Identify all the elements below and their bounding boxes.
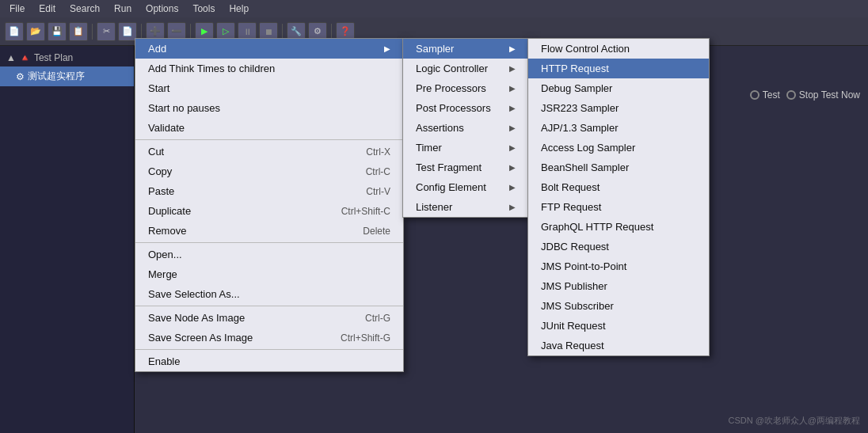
testplan-icon: 🔺: [19, 52, 31, 63]
ctx-merge[interactable]: Merge: [135, 264, 403, 284]
ctx-copy[interactable]: Copy Ctrl-C: [135, 161, 403, 181]
ctx-remove[interactable]: Remove Delete: [135, 221, 403, 241]
ctx-duplicate[interactable]: Duplicate Ctrl+Shift-C: [135, 201, 403, 221]
ctx-ajp[interactable]: AJP/1.3 Sampler: [528, 118, 709, 138]
ctx-add-think-label: Add Think Times to children: [148, 63, 275, 74]
tree-child-node[interactable]: ⚙ 测试超实程序: [0, 66, 134, 86]
ctx-flow-label: Flow Control Action: [541, 43, 630, 55]
ctx-jms-subscriber[interactable]: JMS Subscriber: [528, 296, 709, 316]
ctx-validate-label: Validate: [148, 122, 185, 134]
ctx-copy-label: Copy: [148, 165, 172, 177]
ctx-bolt-label: Bolt Request: [541, 181, 600, 193]
ctx-start-label: Start: [148, 82, 169, 94]
ctx-post-label: Post Processors: [416, 102, 491, 114]
ctx-pre-arrow: ▶: [509, 84, 516, 93]
ctx-jsr223[interactable]: JSR223 Sampler: [528, 98, 709, 118]
ctx-open[interactable]: Open...: [135, 245, 403, 264]
ctx-config-arrow: ▶: [509, 183, 516, 192]
toolbar-save2[interactable]: 📋: [69, 22, 88, 41]
ctx-sampler-arrow: ▶: [509, 44, 516, 53]
ctx-paste-shortcut: Ctrl-V: [366, 186, 390, 197]
stop-test-radio[interactable]: Stop Test Now: [786, 89, 860, 101]
ctx-java-request[interactable]: Java Request: [528, 336, 709, 355]
ctx-access-label: Access Log Sampler: [541, 142, 635, 154]
context-menu-2: Sampler ▶ Logic Controller ▶ Pre Process…: [402, 38, 529, 218]
ctx-http-label: HTTP Request: [541, 63, 609, 74]
gear-icon: ⚙: [16, 71, 25, 82]
toolbar-save[interactable]: 💾: [48, 22, 67, 41]
toolbar-sep-5: [331, 24, 332, 40]
menu-tools[interactable]: Tools: [186, 2, 221, 16]
ctx-access-log[interactable]: Access Log Sampler: [528, 138, 709, 158]
ctx-paste-label: Paste: [148, 185, 174, 197]
ctx-remove-label: Remove: [148, 225, 186, 237]
ctx-jdbc[interactable]: JDBC Request: [528, 237, 709, 256]
ctx-save-sel-label: Save Selection As...: [148, 288, 240, 300]
ctx-timer-arrow: ▶: [509, 143, 516, 152]
ctx-jms-publisher[interactable]: JMS Publisher: [528, 276, 709, 296]
toolbar-open[interactable]: 📂: [26, 22, 45, 41]
ctx-jdbc-label: JDBC Request: [541, 241, 609, 253]
ctx-java-label: Java Request: [541, 340, 604, 351]
tree-root[interactable]: ▲ 🔺 Test Plan: [0, 49, 134, 66]
ctx-add-think[interactable]: Add Think Times to children: [135, 59, 403, 78]
ctx-post-processors[interactable]: Post Processors ▶: [403, 98, 528, 118]
ctx-start[interactable]: Start: [135, 78, 403, 98]
ctx-add-arrow: ▶: [384, 44, 390, 53]
menu-run[interactable]: Run: [108, 2, 138, 16]
ctx-test-fragment[interactable]: Test Fragment ▶: [403, 158, 528, 177]
ctx-flow-control[interactable]: Flow Control Action: [528, 39, 709, 59]
ctx-sampler[interactable]: Sampler ▶: [403, 39, 528, 59]
ctx-pre-processors[interactable]: Pre Processors ▶: [403, 78, 528, 98]
ctx-copy-shortcut: Ctrl-C: [366, 166, 390, 177]
toolbar-new[interactable]: 📄: [5, 22, 24, 41]
ctx-ftp[interactable]: FTP Request: [528, 197, 709, 217]
ctx-sep-3: [135, 306, 403, 306]
ctx-config-element[interactable]: Config Element ▶: [403, 177, 528, 197]
ctx-beanshell-label: BeanShell Sampler: [541, 161, 629, 173]
ctx-add[interactable]: Add ▶: [135, 39, 403, 59]
ctx-cut-label: Cut: [148, 146, 164, 158]
ctx-logic-controller[interactable]: Logic Controller ▶: [403, 59, 528, 78]
ctx-pre-label: Pre Processors: [416, 82, 486, 94]
ctx-junit[interactable]: JUnit Request: [528, 316, 709, 336]
ctx-jms-sub-label: JMS Subscriber: [541, 300, 614, 312]
ctx-http-request[interactable]: HTTP Request: [528, 59, 709, 78]
ctx-sep-4: [135, 349, 403, 350]
toolbar-sep-1: [92, 24, 93, 40]
toolbar-cut[interactable]: ✂: [97, 22, 116, 41]
ctx-open-label: Open...: [148, 249, 182, 260]
menu-file[interactable]: File: [3, 2, 31, 16]
menu-search[interactable]: Search: [63, 2, 106, 16]
ctx-jms-p2p[interactable]: JMS Point-to-Point: [528, 256, 709, 276]
test-controls: Test Stop Test Now: [750, 89, 860, 101]
ctx-validate[interactable]: Validate: [135, 118, 403, 138]
ctx-enable[interactable]: Enable: [135, 351, 403, 371]
ctx-graphql[interactable]: GraphQL HTTP Request: [528, 217, 709, 237]
ctx-assertions[interactable]: Assertions ▶: [403, 118, 528, 138]
ctx-save-screen-image[interactable]: Save Screen As Image Ctrl+Shift-G: [135, 328, 403, 348]
context-menu-1: Add ▶ Add Think Times to children Start …: [135, 38, 404, 372]
ctx-paste[interactable]: Paste Ctrl-V: [135, 181, 403, 201]
ctx-bolt[interactable]: Bolt Request: [528, 177, 709, 197]
menu-bar: File Edit Search Run Options Tools Help: [0, 0, 868, 17]
ctx-save-node-image[interactable]: Save Node As Image Ctrl-G: [135, 308, 403, 328]
ctx-cut[interactable]: Cut Ctrl-X: [135, 142, 403, 161]
ctx-duplicate-label: Duplicate: [148, 205, 191, 217]
ctx-ajp-label: AJP/1.3 Sampler: [541, 122, 619, 134]
ctx-sep-1: [135, 139, 403, 140]
context-menu-3: Flow Control Action HTTP Request Debug S…: [527, 38, 710, 356]
ctx-timer-label: Timer: [416, 142, 442, 154]
ctx-save-selection[interactable]: Save Selection As...: [135, 284, 403, 304]
ctx-beanshell[interactable]: BeanShell Sampler: [528, 158, 709, 177]
ctx-add-label: Add: [148, 43, 166, 55]
test-radio[interactable]: Test: [750, 89, 780, 101]
menu-options[interactable]: Options: [139, 2, 185, 16]
menu-edit[interactable]: Edit: [32, 2, 62, 16]
ctx-debug-sampler[interactable]: Debug Sampler: [528, 78, 709, 98]
menu-help[interactable]: Help: [223, 2, 255, 16]
stop-radio-label: Stop Test Now: [799, 89, 860, 101]
ctx-start-no-pause[interactable]: Start no pauses: [135, 98, 403, 118]
ctx-timer[interactable]: Timer ▶: [403, 138, 528, 158]
ctx-listener[interactable]: Listener ▶: [403, 197, 528, 217]
